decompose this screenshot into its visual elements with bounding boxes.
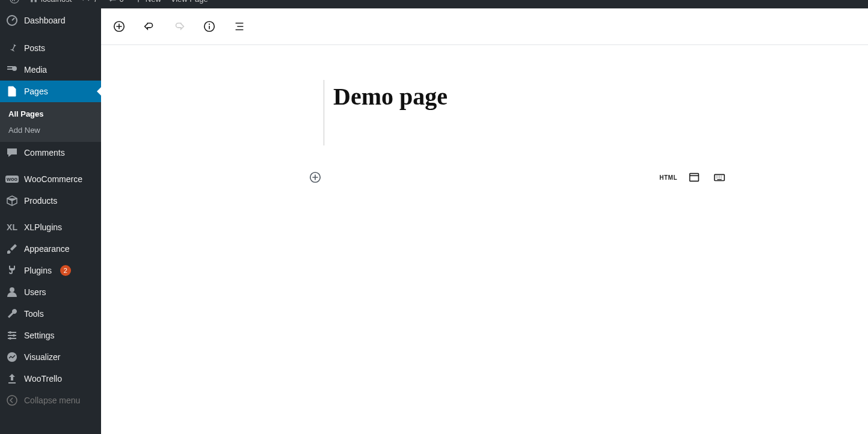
menu-comments-label: Comments (24, 148, 65, 157)
info-button[interactable] (199, 16, 220, 37)
add-block-button[interactable] (108, 16, 130, 37)
site-name[interactable]: localhost (24, 0, 76, 8)
wp-logo[interactable] (5, 0, 24, 8)
brush-icon (6, 243, 18, 255)
svg-point-4 (13, 334, 15, 337)
menu-media-label: Media (24, 65, 47, 75)
menu-wootrello[interactable]: WooTrello (0, 368, 101, 390)
admin-sidebar: Dashboard Posts Media Pages All Pages Ad… (0, 8, 101, 434)
menu-visualizer-label: Visualizer (24, 352, 60, 362)
outline-button[interactable] (229, 16, 250, 37)
new-content[interactable]: New (129, 0, 166, 8)
undo-button[interactable] (138, 16, 160, 37)
menu-tools[interactable]: Tools (0, 303, 101, 325)
user-icon (6, 286, 18, 298)
menu-pages[interactable]: Pages (0, 81, 101, 102)
page-title-input[interactable]: Demo page (333, 82, 718, 111)
menu-posts[interactable]: Posts (0, 37, 101, 59)
svg-point-10 (209, 23, 210, 25)
woocommerce-icon: woo (6, 173, 18, 185)
collapse-icon (6, 394, 18, 406)
sliders-icon (6, 329, 18, 341)
html-mode-button[interactable]: HTML (659, 174, 677, 181)
menu-pages-label: Pages (24, 87, 48, 96)
menu-dashboard[interactable]: Dashboard (0, 8, 101, 32)
site-name-label: localhost (41, 0, 72, 4)
menu-xlplugins-label: XLPlugins (24, 222, 62, 232)
svg-point-2 (10, 287, 14, 292)
menu-woocommerce[interactable]: woo WooCommerce (0, 168, 101, 190)
keyboard-input-button[interactable] (711, 169, 728, 186)
menu-settings-label: Settings (24, 331, 55, 340)
xl-icon: XL (6, 221, 18, 233)
menu-wootrello-label: WooTrello (24, 374, 62, 384)
classic-block-button[interactable] (686, 169, 703, 186)
editor-content: Demo page HTML (101, 8, 868, 434)
comment-icon (6, 147, 18, 159)
menu-posts-label: Posts (24, 43, 45, 53)
menu-plugins-label: Plugins (24, 266, 52, 275)
comments-bubble[interactable]: 0 (103, 0, 129, 8)
products-icon (6, 195, 18, 207)
menu-appearance-label: Appearance (24, 244, 70, 254)
comments-count: 0 (120, 0, 124, 4)
menu-woocommerce-label: WooCommerce (24, 174, 82, 184)
pages-icon (6, 85, 18, 97)
wrench-icon (6, 308, 18, 320)
redo-button[interactable] (168, 16, 190, 37)
submenu-all-pages[interactable]: All Pages (0, 106, 101, 122)
menu-appearance[interactable]: Appearance (0, 238, 101, 260)
view-page-label: View Page (171, 0, 208, 4)
plugins-badge: 2 (60, 265, 71, 276)
new-label: New (146, 0, 161, 4)
menu-settings[interactable]: Settings (0, 325, 101, 346)
media-icon (6, 64, 18, 76)
dashboard-icon (6, 14, 18, 26)
svg-point-5 (9, 337, 11, 340)
menu-dashboard-label: Dashboard (24, 16, 66, 25)
view-page[interactable]: View Page (166, 0, 213, 8)
export-icon (6, 373, 18, 385)
menu-xlplugins[interactable]: XL XLPlugins (0, 216, 101, 238)
editor-toolbar (101, 8, 868, 45)
chart-icon (6, 351, 18, 363)
admin-bar: localhost 7 0 New View Page (0, 0, 868, 8)
menu-collapse[interactable]: Collapse menu (0, 390, 101, 411)
menu-collapse-label: Collapse menu (24, 396, 80, 405)
plug-icon (6, 264, 18, 277)
submenu-pages: All Pages Add New (0, 102, 101, 142)
menu-plugins[interactable]: Plugins 2 (0, 260, 101, 281)
menu-media[interactable]: Media (0, 59, 101, 81)
updates-count: 7 (93, 0, 97, 4)
menu-products[interactable]: Products (0, 190, 101, 212)
svg-point-3 (9, 331, 11, 334)
inline-add-block-button[interactable] (307, 169, 324, 186)
menu-products-label: Products (24, 196, 57, 206)
menu-users[interactable]: Users (0, 281, 101, 303)
menu-tools-label: Tools (24, 309, 44, 319)
menu-users-label: Users (24, 287, 46, 297)
submenu-add-new[interactable]: Add New (0, 122, 101, 138)
svg-rect-12 (690, 174, 699, 182)
block-appender-row: HTML (307, 169, 728, 186)
menu-visualizer[interactable]: Visualizer (0, 346, 101, 368)
svg-point-7 (7, 396, 17, 405)
updates[interactable]: 7 (76, 0, 102, 8)
pin-icon (6, 42, 18, 54)
editor-body: Demo page HTML (101, 45, 868, 434)
menu-comments[interactable]: Comments (0, 142, 101, 164)
